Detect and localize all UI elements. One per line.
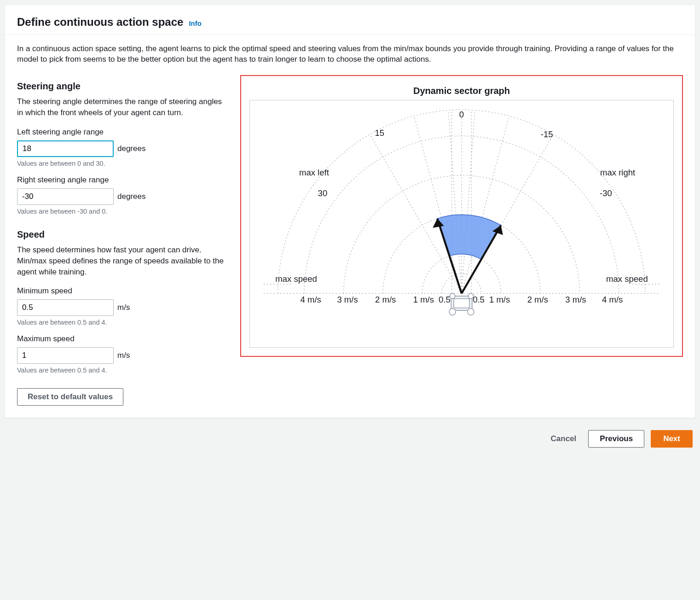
right-steering-unit: degrees xyxy=(117,191,145,202)
right-steering-hint: Values are between -30 and 0. xyxy=(17,207,226,216)
next-button[interactable]: Next xyxy=(651,430,693,448)
right-steering-label: Right steering angle range xyxy=(17,175,226,186)
tick-0: 0 xyxy=(459,110,464,120)
wizard-footer: Cancel Previous Next xyxy=(5,428,695,448)
tick-2r: 2 m/s xyxy=(527,295,548,304)
tick-2l: 2 m/s xyxy=(375,295,396,304)
left-steering-unit: degrees xyxy=(117,143,145,154)
svg-line-2 xyxy=(462,116,509,293)
max-speed-hint: Values are between 0.5 and 4. xyxy=(17,366,226,375)
intro-text: In a continuous action space setting, th… xyxy=(17,43,683,65)
svg-line-3 xyxy=(370,134,462,294)
info-link[interactable]: Info xyxy=(189,18,202,28)
steering-description: The steering angle determines the range … xyxy=(17,96,226,118)
label-max-speed-r: max speed xyxy=(606,274,648,284)
svg-line-1 xyxy=(414,116,462,293)
car-icon xyxy=(449,293,474,315)
min-speed-unit: m/s xyxy=(117,302,130,313)
tick-3l: 3 m/s xyxy=(337,295,358,304)
svg-line-7 xyxy=(449,112,462,293)
sector-graph: 0 15 -15 30 -30 max left max right max s… xyxy=(249,100,674,348)
tick-1l: 1 m/s xyxy=(413,295,434,304)
tick-1r: 1 m/s xyxy=(489,295,510,304)
svg-line-8 xyxy=(462,112,475,293)
right-steering-input[interactable] xyxy=(17,188,114,205)
page-title: Define continuous action space xyxy=(17,14,183,30)
max-speed-unit: m/s xyxy=(117,350,130,361)
svg-rect-15 xyxy=(454,299,469,308)
min-speed-hint: Values are between 0.5 and 4. xyxy=(17,318,226,327)
sector-graph-frame: Dynamic sector graph xyxy=(240,75,683,357)
min-speed-label: Minimum speed xyxy=(17,285,226,297)
max-speed-label: Maximum speed xyxy=(17,333,226,344)
speed-heading: Speed xyxy=(17,228,226,241)
left-steering-label: Left steering angle range xyxy=(17,127,226,138)
tick-4l: 4 m/s xyxy=(301,295,321,304)
cancel-button[interactable]: Cancel xyxy=(545,431,582,447)
tick-3r: 3 m/s xyxy=(565,295,586,304)
label-max-speed-l: max speed xyxy=(275,274,317,284)
sector-fill xyxy=(437,215,501,259)
svg-point-18 xyxy=(450,293,455,298)
label-max-left: max left xyxy=(299,168,330,177)
action-space-panel: Define continuous action space Info In a… xyxy=(5,5,695,418)
tick-30: 30 xyxy=(318,189,328,198)
speed-description: The speed determines how fast your agent… xyxy=(17,245,226,277)
min-speed-input[interactable] xyxy=(17,299,114,316)
previous-button[interactable]: Previous xyxy=(588,430,644,448)
tick-05l: 0.5 xyxy=(439,295,451,304)
tick-m15: -15 xyxy=(541,129,553,139)
left-steering-input[interactable] xyxy=(17,140,114,157)
svg-point-16 xyxy=(449,309,456,315)
left-steering-hint: Values are between 0 and 30. xyxy=(17,159,226,168)
tick-05r: 0.5 xyxy=(473,295,485,304)
reset-button[interactable]: Reset to default values xyxy=(17,388,123,406)
svg-point-17 xyxy=(468,309,474,315)
steering-heading: Steering angle xyxy=(17,80,226,93)
sector-graph-title: Dynamic sector graph xyxy=(249,84,674,97)
tick-15: 15 xyxy=(375,128,385,138)
label-max-right: max right xyxy=(600,168,636,177)
sector-graph-svg: 0 15 -15 30 -30 max left max right max s… xyxy=(252,103,671,339)
panel-header: Define continuous action space Info xyxy=(5,5,695,35)
tick-m30: -30 xyxy=(600,189,612,198)
tick-4r: 4 m/s xyxy=(602,295,623,304)
panel-body: In a continuous action space setting, th… xyxy=(5,35,695,418)
max-speed-input[interactable] xyxy=(17,347,114,364)
